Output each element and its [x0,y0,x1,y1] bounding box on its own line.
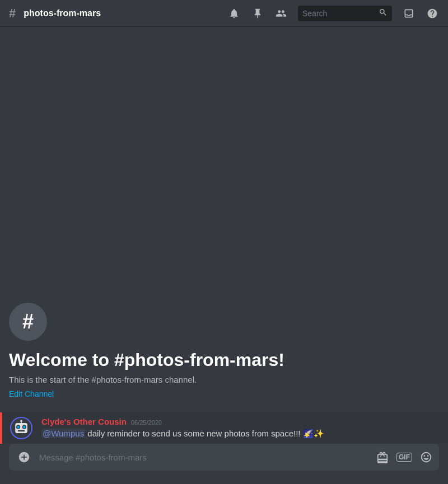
channel-welcome: # Welcome to #photos-from-mars! This is … [0,294,448,412]
help-icon[interactable] [426,7,439,20]
message-content: Clyde's Other Cousin 06/25/2020 @Wumpus … [41,415,439,441]
top-bar: # photos-from-mars Search [0,0,448,27]
svg-point-5 [23,426,26,429]
gift-icon[interactable] [376,451,389,463]
message-input[interactable]: Message #photos-from-mars [39,453,370,462]
main-content: # Welcome to #photos-from-mars! This is … [0,27,448,484]
search-placeholder: Search [302,9,375,18]
top-bar-icons: Search [227,6,439,21]
add-content-button[interactable] [16,449,32,466]
messages-area: # Welcome to #photos-from-mars! This is … [0,27,448,444]
svg-point-4 [17,426,19,429]
channel-hash-icon: # [9,6,16,21]
edit-channel-link[interactable]: Edit Channel [9,389,54,398]
message-header: Clyde's Other Cousin 06/25/2020 [41,417,439,426]
emoji-icon[interactable] [420,451,432,463]
author-name[interactable]: Clyde's Other Cousin [41,417,127,426]
message-text: @Wumpus daily reminder to send us some n… [41,427,439,439]
svg-rect-6 [18,430,25,432]
search-icon [379,8,388,18]
input-bar: Message #photos-from-mars GIF [9,444,439,471]
welcome-hash-icon: # [22,312,34,332]
notifications-icon[interactable] [227,7,241,20]
gif-button[interactable]: GIF [396,453,412,462]
welcome-title: Welcome to #photos-from-mars! [9,350,439,370]
channel-title: photos-from-mars [24,8,101,18]
mention[interactable]: @Wumpus [41,429,85,438]
search-bar[interactable]: Search [298,6,392,21]
inbox-icon[interactable] [402,7,416,20]
message-body: daily reminder to send us some new photo… [85,429,324,438]
avatar [10,417,32,439]
welcome-icon: # [9,303,47,341]
svg-point-8 [20,420,22,422]
top-space [0,27,448,294]
welcome-subtitle: This is the start of the #photos-from-ma… [9,375,439,384]
message-group: Clyde's Other Cousin 06/25/2020 @Wumpus … [0,412,448,444]
pinned-messages-icon[interactable] [251,7,264,20]
input-right-icons: GIF [376,451,432,463]
member-list-icon[interactable] [274,7,288,20]
message-timestamp: 06/25/2020 [131,419,162,426]
